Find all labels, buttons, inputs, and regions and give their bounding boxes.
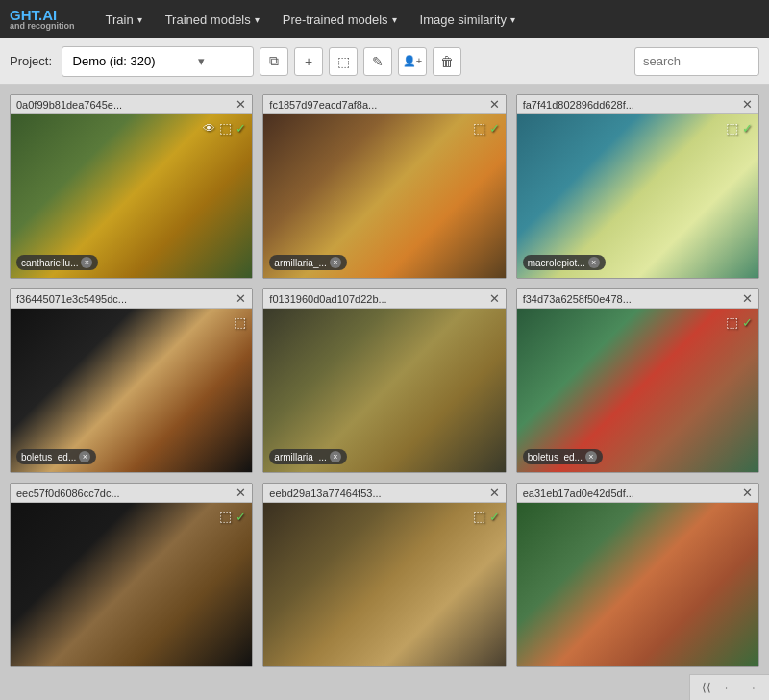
eye-icon: 👁: [203, 121, 215, 136]
image-filename: fc1857d97eacd7af8a...: [269, 99, 377, 111]
image-card-header: f0131960d0ad107d22b...✕: [263, 289, 505, 309]
overlay-icons: ⬚✓: [473, 120, 500, 136]
nav-pre-trained-models[interactable]: Pre-trained models ▾: [271, 0, 409, 38]
close-icon[interactable]: ✕: [236, 292, 246, 305]
image-filename: fa7f41d802896dd628f...: [523, 99, 634, 111]
tag-close-icon[interactable]: ×: [588, 257, 600, 268]
close-icon[interactable]: ✕: [489, 98, 500, 111]
pagination-bar: ⟨⟨ ← →: [689, 674, 769, 700]
image-label-tag: armillaria_...×: [269, 255, 346, 270]
nav-train[interactable]: Train ▾: [94, 0, 154, 38]
image-card: ea31eb17ad0e42d5df...✕: [516, 483, 759, 667]
close-icon[interactable]: ✕: [489, 487, 500, 499]
image-body[interactable]: ⬚✓boletus_ed...×: [517, 309, 758, 472]
prev-button[interactable]: ←: [719, 679, 738, 696]
tag-close-icon[interactable]: ×: [330, 257, 341, 268]
chevron-down-icon: ▾: [392, 14, 397, 25]
overlay-icons: ⬚✓: [473, 509, 500, 524]
tag-close-icon[interactable]: ×: [81, 257, 92, 268]
image-label-tag: boletus_ed...×: [16, 449, 96, 464]
nav-image-similarity[interactable]: Image similarity ▾: [409, 0, 527, 38]
image-filename: f34d73a6258f50e478...: [523, 293, 632, 305]
label-text: boletus_ed...: [21, 452, 76, 462]
mushroom-image: [11, 309, 252, 472]
close-icon[interactable]: ✕: [489, 292, 500, 305]
image-label-tag: canthariellu...×: [16, 255, 98, 270]
image-body[interactable]: ⬚✓armillaria_...×: [263, 114, 505, 278]
image-card-header: f34d73a6258f50e478...✕: [517, 289, 758, 309]
close-icon[interactable]: ✕: [742, 487, 753, 499]
label-text: boletus_ed...: [528, 452, 583, 462]
add-button[interactable]: +: [294, 47, 323, 76]
app-logo: GHT.AI and recognition: [10, 8, 75, 31]
chevron-down-icon: ▾: [158, 54, 245, 68]
image-card: f36445071e3c5495dc...✕⬚boletus_ed...×: [10, 288, 253, 473]
chevron-down-icon: ▾: [255, 14, 260, 25]
label-text: canthariellu...: [21, 258, 78, 268]
mushroom-image: [263, 114, 505, 278]
image-card: f34d73a6258f50e478...✕⬚✓boletus_ed...×: [516, 288, 759, 473]
add-user-button[interactable]: 👤+: [398, 47, 427, 76]
image-filename: eec57f0d6086cc7dc...: [16, 488, 120, 499]
image-body[interactable]: ⬚✓: [263, 503, 505, 666]
close-icon[interactable]: ✕: [236, 487, 246, 499]
image-card: eebd29a13a77464f53...✕⬚✓: [262, 483, 506, 667]
tag-close-icon[interactable]: ×: [79, 451, 90, 462]
paste-button[interactable]: ⬚: [329, 47, 358, 76]
check-icon: ✓: [236, 121, 246, 136]
image-card-header: eebd29a13a77464f53...✕: [263, 484, 505, 503]
image-body[interactable]: ⬚boletus_ed...×: [11, 309, 252, 472]
tag-close-icon[interactable]: ×: [585, 451, 597, 462]
project-selector[interactable]: Demo (id: 320) ▾: [62, 46, 254, 77]
label-text: armillaria_...: [274, 258, 326, 268]
image-filename: f0131960d0ad107d22b...: [269, 293, 386, 305]
tag-close-icon[interactable]: ×: [330, 451, 341, 462]
close-icon[interactable]: ✕: [742, 292, 753, 305]
image-body[interactable]: ⬚✓: [11, 503, 252, 666]
mushroom-image: [11, 503, 252, 666]
polygon-icon: ⬚: [726, 120, 738, 136]
image-filename: f36445071e3c5495dc...: [16, 293, 127, 305]
image-label-tag: boletus_ed...×: [523, 449, 603, 464]
polygon-icon: ⬚: [473, 509, 485, 524]
close-icon[interactable]: ✕: [236, 98, 246, 111]
next-button[interactable]: →: [742, 679, 761, 696]
image-grid: 0a0f99b81dea7645e...✕👁⬚✓canthariellu...×…: [0, 85, 769, 700]
navbar: GHT.AI and recognition Train ▾ Trained m…: [0, 0, 769, 38]
overlay-icons: ⬚: [234, 314, 246, 330]
image-card-header: fa7f41d802896dd628f...✕: [517, 95, 758, 114]
image-card-header: fc1857d97eacd7af8a...✕: [263, 95, 505, 114]
close-icon[interactable]: ✕: [742, 98, 753, 111]
mushroom-image: [517, 503, 758, 666]
mushroom-image: [263, 309, 505, 472]
label-text: macrolepiot...: [528, 258, 585, 268]
check-icon: ✓: [742, 315, 753, 330]
polygon-icon: ⬚: [726, 314, 738, 330]
chevron-down-icon: ▾: [137, 14, 142, 25]
prev-page-button[interactable]: ⟨⟨: [698, 679, 715, 696]
image-card: f0131960d0ad107d22b...✕armillaria_...×: [262, 288, 506, 473]
copy-button[interactable]: ⧉: [260, 47, 288, 76]
image-body[interactable]: ⬚✓macrolepiot...×: [517, 114, 758, 278]
image-body[interactable]: armillaria_...×: [263, 309, 505, 472]
mushroom-image: [517, 309, 758, 472]
check-icon: ✓: [489, 121, 500, 136]
chevron-down-icon: ▾: [510, 14, 515, 25]
image-label-tag: macrolepiot...×: [523, 255, 606, 270]
edit-button[interactable]: ✎: [363, 47, 392, 76]
project-bar: Project: Demo (id: 320) ▾ ⧉ + ⬚ ✎ 👤+ 🗑: [0, 38, 769, 85]
delete-button[interactable]: 🗑: [433, 47, 461, 76]
image-body[interactable]: 👁⬚✓canthariellu...×: [11, 114, 252, 278]
polygon-icon: ⬚: [473, 120, 485, 136]
label-text: armillaria_...: [274, 452, 326, 462]
image-filename: eebd29a13a77464f53...: [269, 488, 381, 499]
mushroom-image: [11, 114, 252, 278]
check-icon: ✓: [742, 121, 753, 136]
image-body[interactable]: [517, 503, 758, 666]
image-card-header: 0a0f99b81dea7645e...✕: [11, 95, 252, 114]
nav-trained-models[interactable]: Trained models ▾: [154, 0, 271, 38]
search-input[interactable]: [634, 47, 759, 76]
overlay-icons: ⬚✓: [726, 120, 753, 136]
image-card: fc1857d97eacd7af8a...✕⬚✓armillaria_...×: [262, 94, 506, 279]
check-icon: ✓: [489, 510, 500, 524]
